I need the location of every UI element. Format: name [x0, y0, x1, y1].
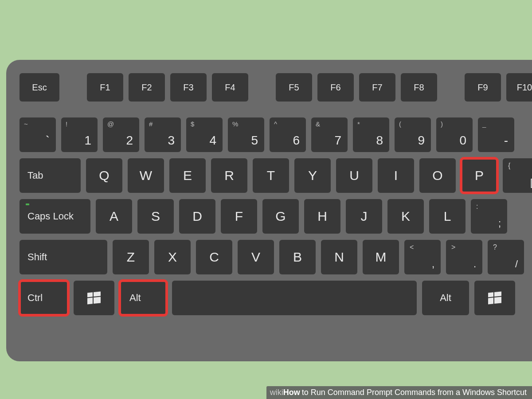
key-f7: F7 — [359, 73, 395, 102]
key-5: %5 — [228, 117, 264, 152]
key-f1: F1 — [87, 73, 123, 102]
key-windows-right — [474, 281, 515, 315]
keyboard-diagram: Esc F1 F2 F3 F4 F5 F6 F7 F8 F9 F10 ~`!1@… — [6, 60, 532, 361]
key-t: T — [253, 158, 289, 193]
key-minus: _- — [478, 117, 514, 152]
key-1: !1 — [61, 117, 98, 152]
key-semicolon: : ; — [471, 199, 507, 234]
key-9: (9 — [395, 117, 431, 152]
key-alt-right: Alt — [422, 281, 469, 315]
key-s: S — [137, 199, 174, 234]
function-row: Esc F1 F2 F3 F4 F5 F6 F7 F8 F9 F10 — [20, 73, 532, 102]
key-f10: F10 — [506, 73, 532, 102]
key-f: F — [221, 199, 257, 234]
key-w: W — [128, 158, 164, 193]
brand-wiki: wiki — [270, 388, 283, 397]
key-l: L — [429, 199, 466, 234]
key-p: P — [461, 158, 497, 193]
key-0: )0 — [436, 117, 473, 152]
key-3: #3 — [145, 117, 181, 152]
capslock-indicator-icon — [26, 203, 29, 205]
brand-how: How — [283, 388, 300, 397]
key-h: H — [304, 199, 340, 234]
key-2: @2 — [103, 117, 139, 152]
key-v: V — [238, 240, 274, 274]
key-n: N — [321, 240, 357, 274]
key-bracket-left: { [ — [503, 158, 532, 193]
key-4: $4 — [186, 117, 223, 152]
asdf-row: Caps Lock ASDFGHJKL : ; — [20, 199, 532, 234]
key-z: Z — [113, 240, 149, 274]
key-f2: F2 — [129, 73, 165, 102]
key-u: U — [336, 158, 372, 193]
key-6: ^6 — [270, 117, 306, 152]
key-q: Q — [86, 158, 122, 193]
key-shift: Shift — [20, 240, 107, 274]
key-f8: F8 — [401, 73, 437, 102]
key-ctrl: Ctrl — [20, 281, 68, 315]
zxcv-row: Shift ZXCVBNM < , > . ? / — [20, 240, 532, 274]
key-y: Y — [294, 158, 331, 193]
key-slash: ? / — [488, 240, 524, 274]
key-tab: Tab — [20, 158, 81, 193]
key-f4: F4 — [212, 73, 248, 102]
key-b: B — [279, 240, 316, 274]
key-c: C — [196, 240, 232, 274]
key-period: > . — [446, 240, 482, 274]
key-capslock: Caps Lock — [20, 199, 90, 234]
key-7: &7 — [311, 117, 348, 152]
key-a: A — [96, 199, 132, 234]
key-g: G — [262, 199, 299, 234]
key-m: M — [363, 240, 399, 274]
key-backtick: ~` — [20, 117, 56, 152]
key-space — [172, 281, 417, 315]
key-i: I — [378, 158, 414, 193]
key-f3: F3 — [170, 73, 207, 102]
key-x: X — [154, 240, 191, 274]
key-esc: Esc — [20, 73, 59, 102]
windows-logo-icon — [488, 291, 501, 304]
key-d: D — [179, 199, 215, 234]
key-windows-left — [74, 281, 114, 315]
key-r: R — [211, 158, 247, 193]
key-f5: F5 — [276, 73, 312, 102]
key-alt-left: Alt — [120, 281, 167, 315]
key-j: J — [346, 199, 382, 234]
qwerty-row: Tab QWERTYUIOP { [ — [20, 158, 532, 193]
caption-bar: wikiHow to Run Command Prompt Commands f… — [266, 386, 532, 399]
key-8: *8 — [353, 117, 389, 152]
key-e: E — [169, 158, 206, 193]
key-f9: F9 — [465, 73, 501, 102]
key-comma: < , — [404, 240, 441, 274]
key-f6: F6 — [317, 73, 354, 102]
caption-text: to Run Command Prompt Commands from a Wi… — [302, 388, 527, 397]
windows-logo-icon — [87, 291, 101, 304]
key-k: K — [387, 199, 424, 234]
number-row: ~`!1@2#3$4%5^6&7*8(9)0_- — [20, 117, 532, 152]
key-o: O — [419, 158, 456, 193]
bottom-row: Ctrl Alt Alt — [20, 281, 532, 315]
